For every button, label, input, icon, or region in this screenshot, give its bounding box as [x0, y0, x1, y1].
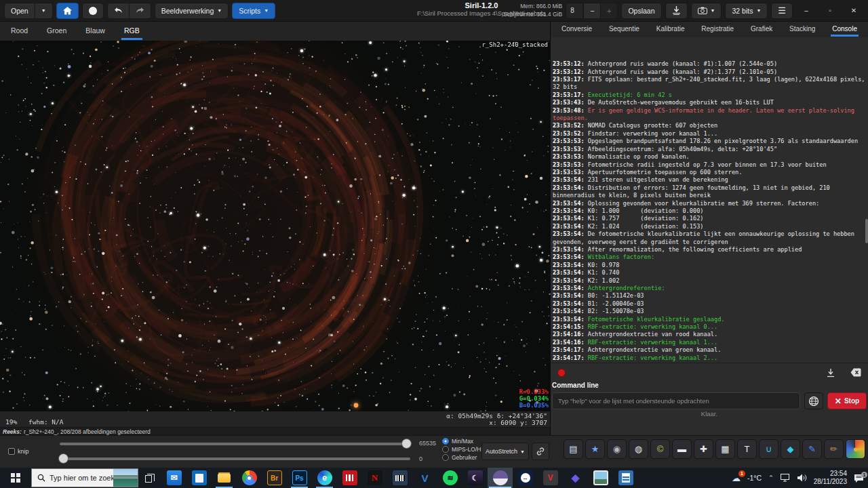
high-cutoff-slider[interactable] [60, 443, 410, 445]
command-help-button[interactable] [804, 392, 823, 409]
low-cutoff-slider[interactable] [60, 458, 410, 460]
minimize-button[interactable]: – [796, 3, 816, 19]
copyright-icon[interactable]: © [650, 439, 670, 459]
clear-console-icon[interactable] [850, 368, 861, 377]
record-button[interactable] [82, 3, 104, 19]
task-view-button[interactable] [138, 468, 161, 488]
camera-icon[interactable]: ◉ [607, 439, 627, 459]
gem-pen-icon[interactable]: ◆ [781, 439, 800, 459]
link-channels-button[interactable] [532, 443, 549, 460]
stop-button[interactable]: ✕ Stop [827, 392, 867, 409]
slider-handle[interactable] [58, 453, 68, 464]
search-highlight-image[interactable] [113, 469, 138, 487]
save-as-button[interactable] [665, 3, 688, 19]
restore-button[interactable]: ▫ [820, 3, 840, 19]
export-log-icon[interactable] [826, 368, 835, 378]
mode-radio-gebruiker[interactable]: Gebruiker [442, 454, 483, 461]
image-processing-menu[interactable]: Beeldverwerking ▼ [155, 3, 229, 19]
clip-checkbox[interactable]: knip [8, 448, 29, 455]
channel-tab-groen[interactable]: Groen [44, 22, 69, 40]
taskbar-app-stats[interactable] [337, 468, 362, 488]
windows-taskbar: Typ hier om te zoeken ✉BrPseNV≋☾↔V◆ ☁1 -… [0, 468, 868, 488]
taskbar-app-store[interactable] [186, 468, 212, 488]
network-icon[interactable] [781, 474, 791, 482]
mode-radio-mips-lo-hi[interactable]: MIPS-LO/HI [442, 446, 483, 453]
home-button[interactable] [56, 3, 79, 19]
grid-icon[interactable]: ▦ [715, 439, 735, 459]
channel-tab-rgb[interactable]: RGB [121, 22, 142, 40]
nebula-image[interactable] [0, 41, 551, 411]
taskbar-app-calc[interactable] [613, 468, 638, 488]
tab-registratie[interactable]: Registratie [700, 22, 735, 37]
star-icon[interactable]: ★ [585, 439, 605, 459]
taskbar-app-mail[interactable]: ✉ [161, 468, 186, 488]
taskbar-app-redv[interactable]: V [538, 468, 563, 488]
taskbar-app-gem[interactable]: ◆ [563, 468, 588, 488]
sequence-bar: Reeks: r_Sh2+-240_, 208/208 afbeeldingen… [0, 427, 550, 435]
brush-icon[interactable]: ✎ [802, 439, 822, 459]
taskbar-app-chrome[interactable] [237, 468, 262, 488]
close-button[interactable]: ✕ [844, 3, 864, 19]
open-button[interactable]: Open [4, 3, 35, 19]
tab-conversie[interactable]: Conversie [560, 22, 593, 37]
chevron-down-icon: ▼ [711, 8, 715, 13]
stretch-mode-dropdown[interactable]: AutoStretch ▼ [481, 443, 529, 460]
console-log[interactable]: 23:53:12: Achtergrond ruis waarde (kanaa… [551, 37, 868, 363]
taskbar-app-teamviewer[interactable]: ↔ [513, 468, 538, 488]
taskbar-app-siril[interactable] [488, 468, 513, 488]
tab-stacking[interactable]: Stacking [788, 22, 816, 37]
tab-grafiek[interactable]: Grafiek [749, 22, 774, 37]
palette-icon[interactable]: ● [846, 439, 865, 459]
tray-expand-icon[interactable]: ⌃ [768, 474, 774, 481]
volume-icon[interactable] [797, 474, 807, 482]
scripts-menu[interactable]: Scripts ▼ [232, 3, 275, 19]
console-line: 23:53:52: NOMAD Catalogus grootte: 607 o… [553, 122, 865, 129]
taskbar-app-explorer[interactable] [212, 468, 237, 488]
console-line: 23:53:52: Findstar: verwerking voor kana… [553, 130, 865, 138]
bit-depth-dropdown[interactable]: 32 bits ▼ [725, 3, 768, 19]
mode-radio-min-max[interactable]: Min/Max [442, 438, 483, 445]
image-viewport[interactable]: r_Sh2+-240_stacked R=0.033% G=0.034% B=0… [0, 41, 551, 411]
command-input[interactable]: Typ "help" voor de lijst met ondersteund… [552, 392, 800, 409]
sequence-info: r_Sh2+-240_, 208/208 afbeeldingen gesele… [24, 428, 151, 435]
redo-button[interactable] [130, 3, 151, 19]
taskbar-app-photos[interactable] [588, 468, 613, 488]
console-scrollbar[interactable] [865, 219, 868, 243]
hamburger-menu-button[interactable]: ☰ [771, 3, 793, 19]
taskbar-app-ps[interactable]: Ps [287, 468, 312, 488]
annotation-toolbar: ▤★◉◍©▬✚▦T∪◆✎✏● [564, 439, 865, 459]
magnet-icon[interactable]: ∪ [759, 439, 778, 459]
taskbar-app-netflix[interactable]: N [362, 468, 387, 488]
slider-handle[interactable] [401, 439, 412, 449]
taskbar-app-spotify[interactable]: ≋ [437, 468, 462, 488]
channel-tab-blauw[interactable]: Blauw [83, 22, 108, 40]
window-title: Siril-1.2.0 [326, 1, 637, 9]
taskbar-search[interactable]: Typ hier om te zoeken [31, 468, 138, 487]
taskbar-app-bridge[interactable]: Br [262, 468, 287, 488]
taskbar-app-synth[interactable] [387, 468, 412, 488]
log-record-indicator-icon[interactable] [557, 369, 566, 377]
taskbar-app-vegas[interactable]: V [412, 468, 437, 488]
snapshot-button[interactable]: ▼ [691, 3, 722, 19]
console-toolbar [551, 363, 868, 382]
open-recent-dropdown[interactable]: ▼ [35, 3, 53, 19]
pen-icon[interactable]: ✏ [824, 439, 844, 459]
text-tool-icon[interactable]: T [737, 439, 757, 459]
zoom-increase-button[interactable]: + [601, 3, 618, 19]
notification-center-button[interactable]: 1 [854, 474, 864, 483]
plus-block-icon[interactable]: ✚ [694, 439, 713, 459]
piano-icon[interactable]: ▤ [564, 439, 583, 459]
tab-console[interactable]: Console [831, 22, 859, 37]
tab-sequentie[interactable]: Sequentie [608, 22, 641, 37]
taskbar-clock[interactable]: 23:54 28/11/2023 [814, 470, 847, 487]
onedrive-icon[interactable]: ☁1 [732, 473, 741, 483]
taskbar-app-edge[interactable]: e [312, 468, 337, 488]
channel-tab-rood[interactable]: Rood [8, 22, 31, 40]
tab-kalibratie[interactable]: Kalibratie [655, 22, 686, 37]
taskbar-app-nightsky[interactable]: ☾ [462, 468, 488, 488]
start-button[interactable] [0, 468, 31, 488]
temperature-widget[interactable]: -1°C [747, 474, 762, 482]
undo-button[interactable] [107, 3, 130, 19]
globe-icon[interactable]: ◍ [629, 439, 648, 459]
minus-block-icon[interactable]: ▬ [672, 439, 692, 459]
